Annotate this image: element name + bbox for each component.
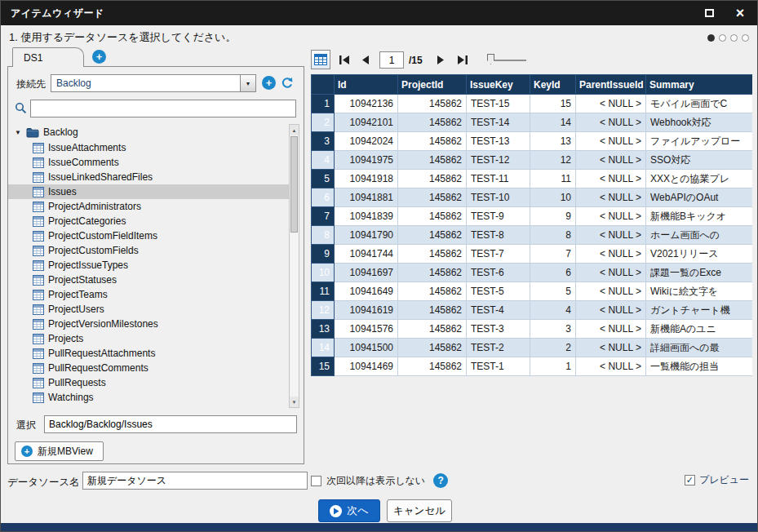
cell-keyid: 11 bbox=[530, 170, 576, 188]
cell-id: 10941576 bbox=[335, 320, 398, 339]
column-header-summary[interactable]: Summary bbox=[646, 75, 753, 95]
tree-list: IssueAttachmentsIssueCommentsIssueLinked… bbox=[8, 140, 289, 405]
maximize-button[interactable] bbox=[702, 6, 716, 20]
bottom-bar bbox=[1, 523, 757, 531]
tree-item-issueattachments[interactable]: IssueAttachments bbox=[8, 140, 289, 155]
new-mbview-label: 新規MBView bbox=[38, 445, 93, 459]
tree-item-projectstatuses[interactable]: ProjectStatuses bbox=[8, 273, 289, 287]
add-connection-button[interactable]: + bbox=[262, 76, 276, 90]
scrollbar-thumb[interactable] bbox=[290, 136, 298, 233]
table-icon bbox=[33, 304, 44, 315]
help-button[interactable]: ? bbox=[433, 473, 448, 488]
tree-item-projectcustomfielditems[interactable]: ProjectCustomFieldItems bbox=[8, 228, 289, 243]
tree-root-backlog[interactable]: ▼ Backlog bbox=[15, 126, 78, 138]
tree-item-projects[interactable]: Projects bbox=[8, 331, 289, 346]
first-page-button[interactable] bbox=[335, 51, 353, 68]
cell-parentissueid: < NULL > bbox=[576, 339, 646, 357]
cell-id: 10942101 bbox=[335, 113, 398, 132]
tree-item-pullrequestattachments[interactable]: PullRequestAttachments bbox=[8, 346, 289, 361]
table-icon bbox=[33, 363, 44, 374]
grid-view-button[interactable] bbox=[311, 50, 330, 69]
chevron-down-icon[interactable]: ▼ bbox=[240, 75, 255, 91]
step-dot bbox=[719, 34, 726, 42]
table-row: 1510941469145862TEST-11< NULL >一覧機能の担当 bbox=[312, 357, 753, 376]
tree-item-projectteams[interactable]: ProjectTeams bbox=[8, 287, 289, 302]
prev-page-button[interactable] bbox=[357, 51, 375, 68]
column-header-projectid[interactable]: ProjectId bbox=[398, 75, 467, 95]
tree-item-label: PullRequestComments bbox=[48, 362, 148, 374]
dont-show-checkbox[interactable] bbox=[311, 476, 321, 486]
cell-keyid: 6 bbox=[530, 264, 576, 282]
cancel-button[interactable]: キャンセル bbox=[387, 499, 452, 522]
cell-projectid: 145862 bbox=[398, 264, 467, 282]
table-row: 510941918145862TEST-1111< NULL >XXXとの協業プ… bbox=[312, 170, 753, 188]
next-button[interactable]: 次へ bbox=[318, 499, 380, 522]
column-header-issuekey[interactable]: IssueKey bbox=[467, 75, 530, 95]
next-page-button[interactable] bbox=[432, 51, 450, 68]
scroll-down-icon[interactable]: ▼ bbox=[290, 397, 299, 407]
tree-item-label: ProjectCustomFieldItems bbox=[48, 230, 157, 242]
cell-keyid: 15 bbox=[530, 95, 576, 113]
tree-item-issuelinkedsharedfiles[interactable]: IssueLinkedSharedFiles bbox=[8, 170, 289, 184]
cell-projectid: 145862 bbox=[398, 188, 467, 207]
tree-item-projectusers[interactable]: ProjectUsers bbox=[8, 302, 289, 317]
tree-item-projectadministrators[interactable]: ProjectAdministrators bbox=[8, 199, 289, 214]
cell-issuekey: TEST-10 bbox=[467, 188, 530, 207]
row-number: 4 bbox=[312, 151, 335, 170]
tree-item-pullrequests[interactable]: PullRequests bbox=[8, 375, 289, 390]
table-icon bbox=[33, 143, 44, 153]
preview-checkbox[interactable]: ✓ bbox=[685, 475, 695, 485]
connection-dropdown[interactable]: Backlog ▼ bbox=[51, 74, 256, 92]
tree-item-projectissuetypes[interactable]: ProjectIssueTypes bbox=[8, 258, 289, 273]
selection-label: 選択 bbox=[16, 419, 36, 432]
cell-issuekey: TEST-5 bbox=[467, 282, 530, 301]
table-row: 1010941697145862TEST-66< NULL >課題一覧のExce bbox=[312, 264, 753, 282]
page-number-input[interactable] bbox=[379, 51, 404, 69]
tree-item-issuecomments[interactable]: IssueComments bbox=[8, 155, 289, 170]
last-page-button[interactable] bbox=[453, 51, 471, 68]
cell-projectid: 145862 bbox=[398, 357, 467, 376]
table-row: 410941975145862TEST-1212< NULL >SSO対応 bbox=[312, 151, 753, 170]
selection-input[interactable] bbox=[44, 415, 297, 433]
refresh-button[interactable] bbox=[280, 76, 294, 90]
cell-issuekey: TEST-13 bbox=[467, 132, 530, 151]
tree-item-projectversionmilestones[interactable]: ProjectVersionMilestones bbox=[8, 317, 289, 331]
grid-preview-table: IdProjectIdIssueKeyKeyIdParentIssueIdSum… bbox=[311, 74, 752, 376]
cell-projectid: 145862 bbox=[398, 226, 467, 245]
refresh-icon bbox=[281, 77, 294, 90]
next-page-icon bbox=[437, 55, 445, 64]
zoom-slider-handle[interactable] bbox=[487, 54, 494, 64]
table-icon bbox=[33, 290, 44, 300]
maximize-icon bbox=[705, 9, 714, 17]
table-icon bbox=[33, 246, 44, 256]
title-bar: アイテムウィザード × bbox=[1, 1, 757, 25]
close-button[interactable]: × bbox=[733, 6, 747, 20]
tab-ds1[interactable]: DS1 bbox=[12, 47, 84, 67]
tree-item-pullrequestcomments[interactable]: PullRequestComments bbox=[8, 361, 289, 375]
scroll-up-icon[interactable]: ▲ bbox=[290, 125, 299, 135]
column-header-keyid[interactable]: KeyId bbox=[530, 75, 576, 95]
add-datasource-tab-button[interactable]: + bbox=[92, 50, 106, 64]
search-input[interactable] bbox=[30, 100, 296, 117]
column-header-id[interactable]: Id bbox=[335, 75, 398, 95]
tree-scrollbar[interactable]: ▲ ▼ bbox=[289, 124, 299, 408]
expander-icon[interactable]: ▼ bbox=[15, 129, 22, 136]
tree-item-watchings[interactable]: Watchings bbox=[8, 390, 289, 405]
column-header-parentissueid[interactable]: ParentIssueId bbox=[576, 75, 646, 95]
table-row: 1310941576145862TEST-33< NULL >新機能Aのユニ bbox=[312, 320, 753, 339]
last-page-icon bbox=[457, 55, 468, 64]
tree-item-projectcustomfields[interactable]: ProjectCustomFields bbox=[8, 243, 289, 258]
cell-summary: 課題一覧のExce bbox=[646, 264, 753, 282]
cell-issuekey: TEST-7 bbox=[467, 245, 530, 264]
cell-issuekey: TEST-2 bbox=[467, 339, 530, 357]
tree-item-projectcategories[interactable]: ProjectCategories bbox=[8, 214, 289, 228]
cell-keyid: 8 bbox=[530, 226, 576, 245]
datasource-name-input[interactable] bbox=[82, 472, 308, 490]
tree-item-label: PullRequests bbox=[48, 377, 106, 388]
new-mbview-button[interactable]: + 新規MBView bbox=[15, 441, 104, 461]
cell-keyid: 10 bbox=[530, 188, 576, 207]
tree-item-issues[interactable]: Issues bbox=[8, 184, 289, 199]
table-row: 1410941500145862TEST-22< NULL >詳細画面への最 bbox=[312, 339, 753, 357]
search-icon bbox=[15, 102, 28, 115]
cell-id: 10941839 bbox=[335, 207, 398, 226]
